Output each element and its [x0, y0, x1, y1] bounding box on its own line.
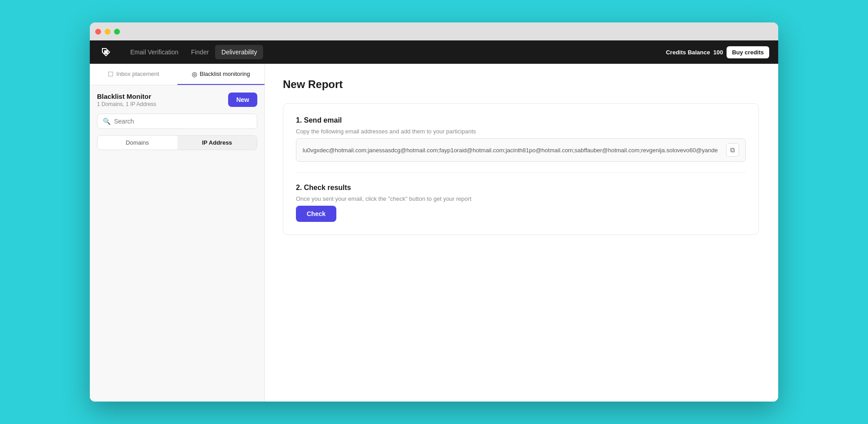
- search-icon: 🔍: [103, 118, 110, 125]
- sidebar-tabs: ☐ Inbox placement ◎ Blacklist monitoring: [90, 64, 264, 85]
- type-tab-domains[interactable]: Domains: [97, 136, 177, 150]
- inbox-placement-icon: ☐: [108, 71, 114, 78]
- sidebar-tab-blacklist-monitoring-label: Blacklist monitoring: [200, 71, 250, 77]
- app-body: ☐ Inbox placement ◎ Blacklist monitoring…: [90, 64, 778, 402]
- maximize-button[interactable]: [114, 29, 120, 35]
- step2-description: Once you sent your email, click the "che…: [296, 195, 746, 202]
- title-bar: [90, 22, 778, 40]
- sidebar-monitor-title: Blacklist Monitor: [97, 93, 156, 100]
- app-window: Email Verification Finder Deliverability…: [90, 22, 778, 402]
- app-logo: [99, 45, 113, 59]
- main-content: New Report 1. Send email Copy the follow…: [265, 64, 778, 402]
- page-title: New Report: [283, 78, 760, 91]
- blacklist-monitoring-icon: ◎: [192, 71, 197, 78]
- step1-section: 1. Send email Copy the following email a…: [296, 116, 746, 162]
- nav-email-verification[interactable]: Email Verification: [124, 45, 185, 59]
- search-box: 🔍: [97, 114, 257, 129]
- nav-finder[interactable]: Finder: [185, 45, 215, 59]
- nav-deliverability[interactable]: Deliverability: [215, 45, 263, 59]
- credits-value: 100: [713, 49, 723, 56]
- buy-credits-button[interactable]: Buy credits: [727, 46, 769, 58]
- credits-area: Credits Balance 100 Buy credits: [666, 46, 769, 58]
- type-tabs: Domains IP Address: [97, 135, 257, 150]
- new-report-button[interactable]: New: [228, 93, 257, 107]
- report-card: 1. Send email Copy the following email a…: [283, 103, 759, 235]
- type-tab-ip-address[interactable]: IP Address: [177, 136, 257, 150]
- sidebar-monitor-info: Blacklist Monitor 1 Domains, 1 IP Addres…: [97, 93, 156, 107]
- copy-email-button[interactable]: ⧉: [726, 143, 739, 157]
- minimize-button[interactable]: [105, 29, 110, 35]
- check-button[interactable]: Check: [296, 206, 336, 222]
- sidebar-content: Blacklist Monitor 1 Domains, 1 IP Addres…: [90, 85, 264, 402]
- sidebar-header: Blacklist Monitor 1 Domains, 1 IP Addres…: [97, 93, 257, 107]
- email-list-text: lu0vgxdec@hotmail.com;janessasdcg@hotmai…: [303, 147, 723, 154]
- step1-description: Copy the following email addresses and a…: [296, 128, 746, 135]
- credits-label: Credits Balance 100: [666, 49, 723, 56]
- step2-title: 2. Check results: [296, 184, 746, 192]
- navbar: Email Verification Finder Deliverability…: [90, 40, 778, 64]
- sidebar-tab-inbox-placement[interactable]: ☐ Inbox placement: [90, 64, 177, 85]
- email-list-box: lu0vgxdec@hotmail.com;janessasdcg@hotmai…: [296, 138, 746, 162]
- sidebar-tab-inbox-placement-label: Inbox placement: [116, 71, 159, 77]
- step-divider: [296, 172, 746, 173]
- step1-title: 1. Send email: [296, 116, 746, 124]
- step2-section: 2. Check results Once you sent your emai…: [296, 184, 746, 222]
- sidebar-tab-blacklist-monitoring[interactable]: ◎ Blacklist monitoring: [177, 64, 265, 85]
- sidebar-monitor-subtitle: 1 Domains, 1 IP Address: [97, 101, 156, 107]
- sidebar: ☐ Inbox placement ◎ Blacklist monitoring…: [90, 64, 265, 402]
- search-input[interactable]: [114, 118, 251, 125]
- close-button[interactable]: [95, 29, 101, 35]
